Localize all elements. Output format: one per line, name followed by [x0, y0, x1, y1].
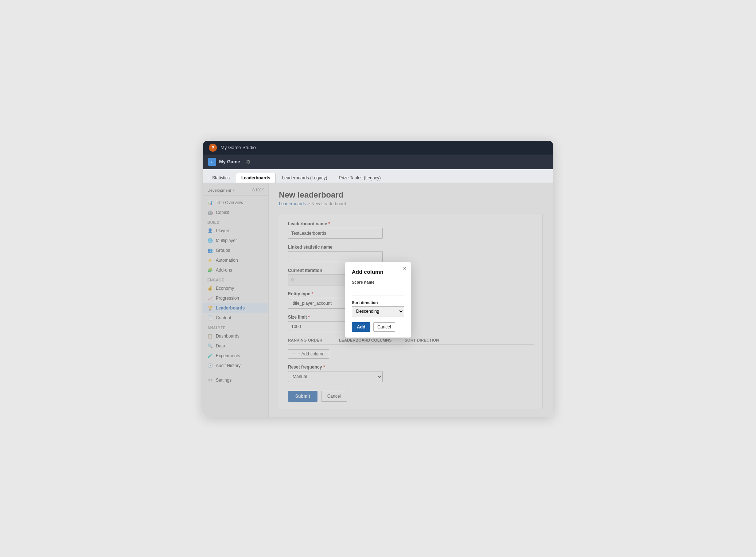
gear-icon[interactable]: ⚙ — [246, 159, 251, 165]
tab-prize-tables-legacy[interactable]: Prize Tables (Legacy) — [333, 173, 386, 183]
main-layout: Development ∨ 0/100K 📊 Title Overview 🤖 … — [203, 183, 553, 417]
app-logo: P — [209, 144, 217, 152]
modal-actions: Add Cancel — [352, 322, 404, 332]
logo-icon: P — [211, 145, 214, 150]
modal-cancel-button[interactable]: Cancel — [373, 322, 395, 332]
modal-title: Add column — [352, 269, 404, 275]
score-name-input[interactable] — [352, 286, 404, 296]
tab-bar: Statistics Leaderboards Leaderboards (Le… — [203, 169, 553, 183]
modal-close-button[interactable]: × — [403, 266, 406, 272]
add-column-modal: Add column × Score name Sort direction D… — [345, 262, 411, 338]
modal-add-button[interactable]: Add — [352, 322, 370, 332]
modal-overlay: Add column × Score name Sort direction D… — [203, 183, 553, 417]
score-name-label: Score name — [352, 280, 404, 284]
tab-statistics[interactable]: Statistics — [207, 173, 235, 183]
game-icon: G — [208, 158, 216, 166]
game-bar: G My Game ⚙ — [203, 155, 553, 169]
tab-leaderboards-legacy[interactable]: Leaderboards (Legacy) — [276, 173, 332, 183]
tab-leaderboards[interactable]: Leaderboards — [236, 173, 276, 183]
sort-direction-select[interactable]: Descending Ascending — [352, 306, 404, 316]
sort-direction-label: Sort direction — [352, 300, 404, 305]
game-title: My Game — [219, 159, 240, 164]
top-bar: P My Game Studio — [203, 141, 553, 155]
studio-title: My Game Studio — [221, 145, 256, 150]
